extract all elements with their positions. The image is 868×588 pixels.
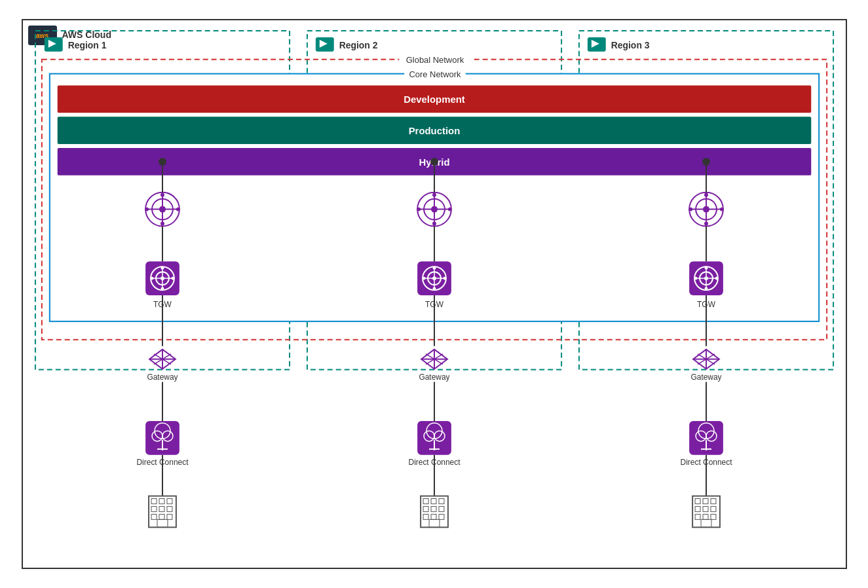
svg-point-127 bbox=[434, 431, 445, 441]
svg-line-106 bbox=[426, 354, 443, 365]
svg-point-118 bbox=[155, 423, 170, 439]
svg-point-37 bbox=[424, 199, 445, 220]
svg-point-73 bbox=[428, 272, 441, 285]
svg-point-29 bbox=[159, 206, 166, 213]
svg-point-24 bbox=[159, 158, 166, 166]
svg-point-38 bbox=[431, 206, 438, 213]
svg-point-45 bbox=[689, 193, 723, 227]
svg-text:Gateway: Gateway bbox=[690, 373, 721, 382]
svg-rect-167 bbox=[695, 506, 700, 511]
svg-text:TGW: TGW bbox=[697, 300, 716, 309]
svg-point-77 bbox=[432, 266, 436, 270]
svg-point-68 bbox=[150, 277, 153, 280]
svg-point-43 bbox=[417, 208, 421, 211]
svg-rect-1 bbox=[307, 31, 561, 370]
svg-point-44 bbox=[447, 208, 451, 211]
svg-point-126 bbox=[424, 431, 434, 441]
svg-rect-15 bbox=[49, 74, 818, 322]
svg-rect-162 bbox=[429, 519, 440, 527]
svg-point-53 bbox=[719, 208, 723, 211]
svg-point-26 bbox=[702, 158, 710, 166]
svg-point-47 bbox=[703, 206, 709, 213]
svg-rect-143 bbox=[159, 499, 164, 504]
svg-text:Direct Connect: Direct Connect bbox=[136, 458, 189, 467]
svg-point-69 bbox=[171, 277, 174, 280]
svg-point-91 bbox=[715, 277, 718, 280]
svg-point-132 bbox=[698, 423, 714, 439]
svg-point-74 bbox=[432, 276, 436, 280]
svg-point-84 bbox=[700, 272, 713, 285]
svg-rect-18 bbox=[57, 86, 810, 113]
svg-rect-148 bbox=[151, 514, 157, 519]
svg-rect-2 bbox=[578, 31, 833, 370]
svg-point-119 bbox=[152, 431, 162, 441]
svg-point-41 bbox=[432, 193, 436, 197]
svg-point-42 bbox=[432, 222, 436, 226]
svg-rect-161 bbox=[438, 514, 443, 519]
svg-point-61 bbox=[151, 266, 174, 290]
svg-point-133 bbox=[696, 431, 706, 441]
svg-text:Core Network: Core Network bbox=[409, 69, 461, 79]
svg-rect-20 bbox=[57, 117, 810, 144]
svg-point-120 bbox=[162, 431, 172, 441]
svg-point-72 bbox=[423, 266, 446, 290]
svg-rect-12 bbox=[41, 60, 826, 340]
svg-text:Direct Connect: Direct Connect bbox=[680, 458, 732, 467]
svg-text:Direct Connect: Direct Connect bbox=[408, 458, 461, 467]
svg-rect-160 bbox=[431, 514, 436, 519]
svg-rect-6 bbox=[315, 37, 333, 52]
svg-marker-10 bbox=[591, 40, 599, 48]
svg-point-90 bbox=[694, 277, 697, 280]
svg-rect-146 bbox=[159, 506, 164, 511]
svg-point-67 bbox=[160, 287, 164, 291]
svg-point-89 bbox=[704, 287, 708, 291]
svg-point-25 bbox=[430, 158, 438, 166]
svg-line-111 bbox=[698, 354, 715, 365]
svg-rect-142 bbox=[151, 499, 157, 504]
svg-point-34 bbox=[145, 208, 149, 211]
svg-rect-168 bbox=[703, 506, 708, 511]
svg-text:TGW: TGW bbox=[425, 300, 444, 309]
svg-point-52 bbox=[689, 208, 692, 211]
svg-rect-158 bbox=[438, 506, 443, 511]
svg-rect-117 bbox=[145, 421, 179, 455]
svg-rect-172 bbox=[710, 514, 715, 519]
svg-point-80 bbox=[443, 277, 446, 280]
svg-rect-152 bbox=[421, 496, 448, 528]
svg-point-88 bbox=[704, 266, 708, 270]
svg-rect-145 bbox=[151, 506, 157, 511]
svg-rect-60 bbox=[145, 261, 179, 295]
svg-rect-170 bbox=[695, 514, 700, 519]
svg-point-35 bbox=[176, 208, 179, 211]
svg-line-99 bbox=[154, 354, 171, 365]
svg-text:Region 2: Region 2 bbox=[339, 40, 377, 50]
diagram-svg: Region 1 Region 2 Region 3 Global Networ… bbox=[23, 20, 846, 568]
svg-point-32 bbox=[160, 193, 164, 197]
svg-line-105 bbox=[426, 354, 443, 365]
svg-rect-0 bbox=[35, 31, 289, 370]
svg-rect-9 bbox=[587, 37, 605, 52]
main-diagram: aws AWS Cloud Region 1 Region 2 Region 3… bbox=[22, 19, 847, 569]
svg-point-62 bbox=[156, 272, 169, 285]
svg-rect-150 bbox=[166, 514, 172, 519]
svg-rect-131 bbox=[689, 421, 723, 455]
svg-rect-163 bbox=[692, 496, 720, 528]
svg-point-63 bbox=[160, 276, 164, 280]
svg-point-51 bbox=[704, 222, 708, 226]
svg-rect-171 bbox=[703, 514, 708, 519]
svg-rect-154 bbox=[431, 499, 436, 504]
svg-rect-151 bbox=[157, 519, 168, 527]
svg-text:Gateway: Gateway bbox=[147, 373, 178, 382]
svg-rect-13 bbox=[399, 54, 470, 65]
aws-cloud-label: AWS Cloud bbox=[62, 29, 111, 40]
svg-point-66 bbox=[160, 266, 164, 270]
svg-rect-169 bbox=[710, 506, 715, 511]
svg-point-125 bbox=[426, 423, 442, 439]
svg-point-50 bbox=[704, 193, 708, 197]
svg-point-79 bbox=[422, 277, 425, 280]
svg-rect-82 bbox=[689, 261, 723, 295]
svg-text:Production: Production bbox=[408, 125, 460, 136]
svg-rect-144 bbox=[166, 499, 172, 504]
svg-point-85 bbox=[704, 276, 708, 280]
svg-point-27 bbox=[145, 193, 179, 227]
